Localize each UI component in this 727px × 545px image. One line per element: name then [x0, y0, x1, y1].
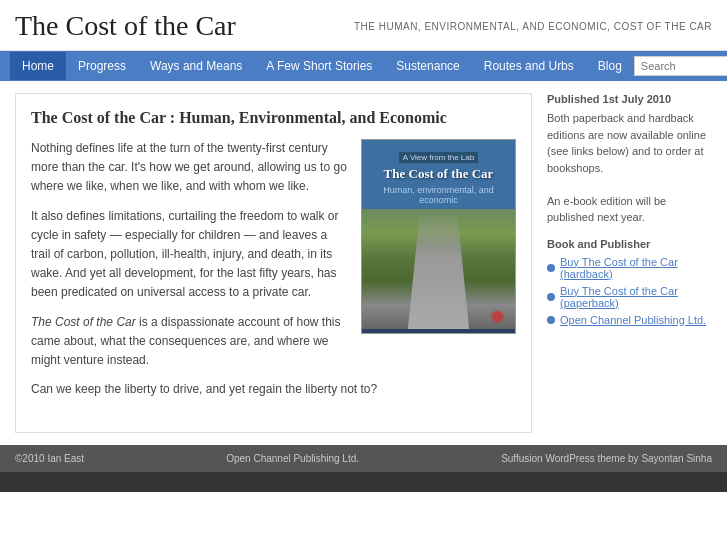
book-cover: A View from the Lab The Cost of the Car … [361, 139, 516, 334]
book-cover-subtitle: Human, environmental, and economic [370, 185, 507, 205]
nav-item-blog[interactable]: Blog [586, 52, 634, 80]
nav-item-home[interactable]: Home [10, 52, 66, 80]
bullet-icon [547, 316, 555, 324]
footer-publisher: Open Channel Publishing Ltd. [226, 453, 359, 464]
book-cover-title: The Cost of the Car [370, 166, 507, 183]
bullet-icon [547, 293, 555, 301]
nav-item-stories[interactable]: A Few Short Stories [254, 52, 384, 80]
publisher-link[interactable]: Open Channel Publishing Ltd. [560, 314, 706, 326]
sidebar-published-section: Published 1st July 2010 Both paperback a… [547, 93, 712, 226]
road-overlay [408, 209, 469, 329]
nav-item-ways[interactable]: Ways and Means [138, 52, 254, 80]
hardback-link[interactable]: Buy The Cost of the Car (hardback) [560, 256, 712, 280]
footer-theme: Suffusion WordPress theme by Sayontan Si… [501, 453, 712, 464]
nav-item-progress[interactable]: Progress [66, 52, 138, 80]
book-cover-author: Ian East [362, 329, 515, 334]
main-title: The Cost of the Car : Human, Environment… [31, 109, 516, 127]
sidebar-pub-date: Published 1st July 2010 [547, 93, 712, 105]
nav-items: Home Progress Ways and Means A Few Short… [10, 52, 634, 80]
sidebar-link-publisher[interactable]: Open Channel Publishing Ltd. [547, 314, 712, 326]
content-area: The Cost of the Car : Human, Environment… [0, 81, 727, 445]
site-title: The Cost of the Car [15, 10, 236, 42]
book-cover-label: A View from the Lab [399, 152, 478, 163]
decorative-flowers [490, 309, 505, 324]
book-cover-header: A View from the Lab The Cost of the Car … [362, 140, 515, 209]
footer-bottom-bar [0, 472, 727, 492]
sidebar-book-section: Book and Publisher Buy The Cost of the C… [547, 238, 712, 326]
header: The Cost of the Car THE HUMAN, ENVIRONME… [0, 0, 727, 51]
book-title-italic: The Cost of the Car [31, 315, 136, 329]
site-tagline: THE HUMAN, ENVIRONMENTAL, AND ECONOMIC, … [354, 21, 712, 32]
sidebar-link-paperback[interactable]: Buy The Cost of the Car (paperback) [547, 285, 712, 309]
sidebar-link-hardback[interactable]: Buy The Cost of the Car (hardback) [547, 256, 712, 280]
paperback-link[interactable]: Buy The Cost of the Car (paperback) [560, 285, 712, 309]
sidebar-section-title: Book and Publisher [547, 238, 712, 250]
nav-item-routes[interactable]: Routes and Urbs [472, 52, 586, 80]
footer: ©2010 Ian East Open Channel Publishing L… [0, 445, 727, 472]
search-input[interactable] [634, 56, 727, 76]
sidebar-pub-text: Both paperback and hardback editions are… [547, 110, 712, 226]
main-content: The Cost of the Car : Human, Environment… [15, 93, 532, 433]
sidebar: Published 1st July 2010 Both paperback a… [547, 93, 712, 433]
nav-item-sustenance[interactable]: Sustenance [384, 52, 471, 80]
footer-copyright: ©2010 Ian East [15, 453, 84, 464]
book-image: A View from the Lab The Cost of the Car … [361, 139, 516, 334]
book-cover-photo [362, 209, 515, 329]
search-area: 🔍 [634, 51, 727, 81]
bullet-icon [547, 264, 555, 272]
navigation: Home Progress Ways and Means A Few Short… [0, 51, 727, 81]
content-para-4: Can we keep the liberty to drive, and ye… [31, 380, 516, 399]
